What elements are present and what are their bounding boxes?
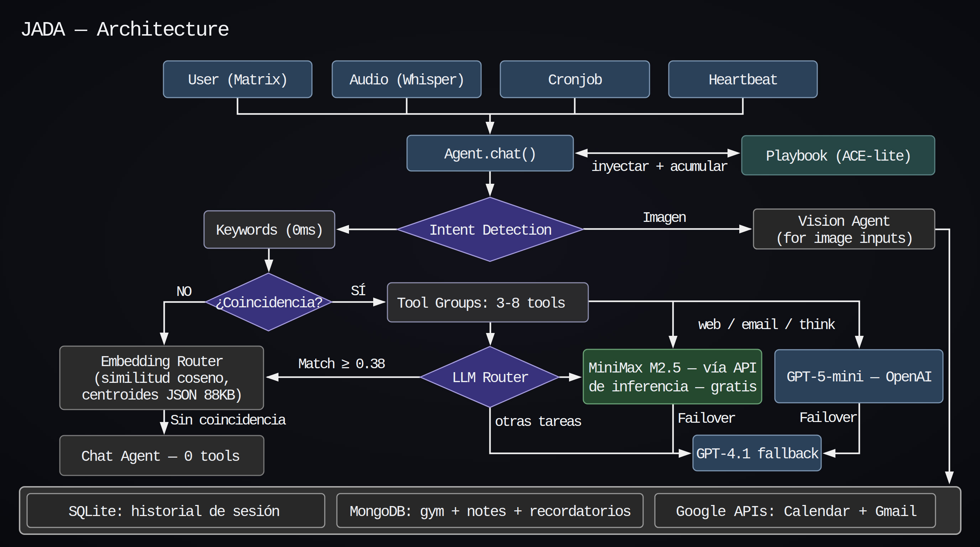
svg-text:de inferencia — gratis: de inferencia — gratis [589, 379, 756, 396]
svg-text:Failover: Failover [799, 410, 857, 426]
svg-text:web / email / think: web / email / think [698, 317, 835, 333]
svg-text:Playbook (ACE-lite): Playbook (ACE-lite) [766, 148, 911, 165]
svg-text:Vision Agent: Vision Agent [799, 213, 890, 231]
svg-text:Failover: Failover [678, 410, 735, 427]
svg-text:NO: NO [176, 284, 192, 300]
svg-text:GPT-4.1 fallback: GPT-4.1 fallback [696, 446, 819, 463]
svg-text:¿Coincidencia?: ¿Coincidencia? [215, 295, 322, 312]
svg-text:JADA — Architecture: JADA — Architecture [20, 19, 229, 42]
svg-text:(similitud coseno,: (similitud coseno, [93, 370, 230, 388]
svg-text:Sin coincidencia: Sin coincidencia [170, 412, 286, 429]
svg-text:SÍ: SÍ [351, 283, 365, 299]
svg-text:GPT-5-mini — OpenAI: GPT-5-mini — OpenAI [787, 369, 932, 386]
svg-text:Audio (Whisper): Audio (Whisper) [349, 72, 464, 89]
svg-text:Agent.chat(): Agent.chat() [444, 146, 536, 163]
svg-text:Cronjob: Cronjob [548, 72, 602, 89]
svg-text:otras tareas: otras tareas [495, 414, 581, 430]
svg-text:Heartbeat: Heartbeat [709, 72, 777, 89]
svg-text:Keywords (0ms): Keywords (0ms) [216, 222, 323, 239]
svg-text:Chat Agent — 0 tools: Chat Agent — 0 tools [81, 448, 239, 466]
svg-text:User (Matrix): User (Matrix) [188, 72, 287, 89]
svg-text:MongoDB: gym + notes + recorda: MongoDB: gym + notes + recordatorios [350, 504, 631, 521]
svg-text:LLM Router: LLM Router [452, 370, 528, 387]
svg-text:Match ≥ 0.38: Match ≥ 0.38 [298, 356, 385, 372]
svg-text:(for image inputs): (for image inputs) [775, 231, 912, 248]
svg-text:SQLite: historial de sesión: SQLite: historial de sesión [68, 504, 279, 521]
svg-text:MiniMax M2.5 — vía API: MiniMax M2.5 — vía API [589, 360, 756, 377]
svg-text:inyectar + acumular: inyectar + acumular [591, 159, 727, 175]
svg-text:Embedding Router: Embedding Router [101, 354, 223, 371]
svg-text:centroides JSON 88KB): centroides JSON 88KB) [81, 387, 242, 404]
svg-text:Google APIs: Calendar + Gmail: Google APIs: Calendar + Gmail [676, 504, 916, 521]
svg-text:Intent Detection: Intent Detection [429, 222, 551, 239]
svg-text:Imagen: Imagen [643, 210, 686, 226]
svg-text:Tool Groups: 3-8 tools: Tool Groups: 3-8 tools [397, 295, 565, 312]
